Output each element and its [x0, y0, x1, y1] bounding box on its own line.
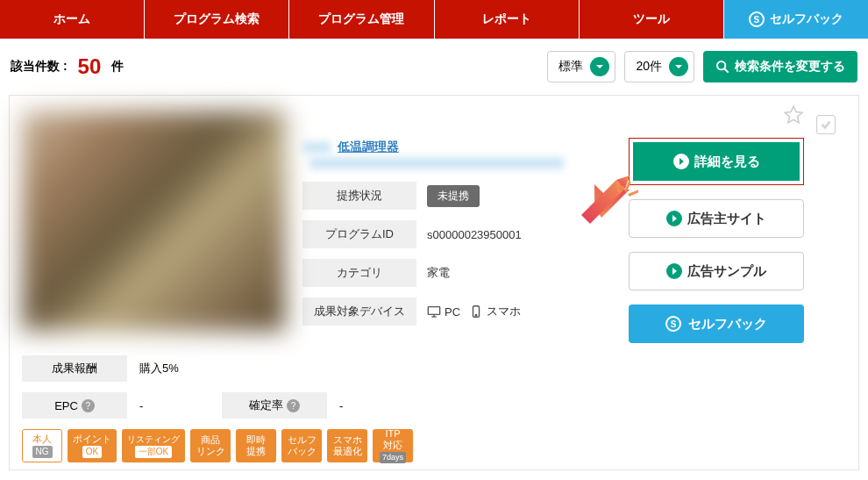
- epc-value: -: [139, 399, 210, 412]
- nav-selfback-label: セルフバック: [770, 11, 843, 27]
- partner-status-badge: 未提携: [427, 185, 480, 207]
- svg-rect-2: [428, 307, 439, 315]
- program-id-value: s00000023950001: [427, 228, 522, 241]
- nav-program-search[interactable]: プログラム検索: [145, 0, 289, 39]
- search-icon: [715, 60, 729, 74]
- results-count: 50: [78, 54, 102, 79]
- program-id-label: プログラムID: [302, 220, 416, 248]
- reward-value: 購入5%: [139, 361, 179, 376]
- program-card: 低温調理器 提携状況 未提携 プログラムID s00000023950001 カ…: [9, 95, 859, 470]
- program-thumbnail: [22, 111, 285, 331]
- check-icon: [820, 118, 832, 131]
- device-label: 成果対象デバイス: [302, 297, 416, 326]
- detail-highlight: 詳細を見る: [629, 138, 804, 185]
- star-icon: [783, 104, 804, 125]
- reward-label: 成果報酬: [22, 355, 127, 382]
- program-lower: 成果報酬 購入5% EPC ? - 確定率 ? - 本人NG: [22, 355, 804, 462]
- ad-sample-label: 広告サンプル: [687, 263, 766, 280]
- category-label: カテゴリ: [302, 259, 416, 287]
- tag-selfback: セルフバック: [281, 429, 322, 462]
- selfback-icon: S: [665, 316, 681, 332]
- program-title-link[interactable]: 低温調理器: [338, 140, 399, 154]
- device-smartphone: スマホ: [487, 304, 521, 319]
- tag-sp-optimized: スマホ最適化: [327, 429, 367, 462]
- device-pc: PC: [445, 305, 460, 319]
- tag-instant-partner: 即時提携: [236, 429, 276, 462]
- per-page-select[interactable]: 20件: [624, 51, 694, 82]
- results-label: 該当件数 :: [11, 59, 68, 75]
- sort-select-value: 標準: [559, 59, 583, 75]
- tag-self-ng: 本人NG: [22, 429, 62, 462]
- mobile-icon: [469, 305, 483, 318]
- advertiser-site-button[interactable]: 広告主サイト: [629, 199, 804, 238]
- per-page-value: 20件: [636, 59, 662, 75]
- chevron-down-icon: [669, 57, 688, 76]
- change-search-button[interactable]: 検索条件を変更する: [703, 51, 857, 82]
- results-unit: 件: [111, 59, 124, 75]
- selfback-icon: S: [749, 11, 765, 27]
- program-info: 低温調理器 提携状況 未提携 プログラムID s00000023950001 カ…: [302, 111, 611, 343]
- sort-select[interactable]: 標準: [547, 51, 615, 82]
- favorite-star-button[interactable]: [783, 104, 804, 125]
- selfback-label: セルフバック: [688, 316, 767, 333]
- circle-arrow-icon: [666, 211, 682, 226]
- help-icon[interactable]: ?: [82, 399, 95, 412]
- category-value: 家電: [427, 265, 450, 281]
- program-actions: 詳細を見る 広告主サイト 広告サンプル S セルフバック: [629, 111, 804, 343]
- select-checkbox[interactable]: [816, 115, 836, 134]
- change-search-label: 検索条件を変更する: [735, 59, 845, 75]
- svg-point-6: [475, 315, 476, 316]
- confirm-rate-value: -: [339, 399, 409, 412]
- nav-selfback[interactable]: S セルフバック: [724, 0, 868, 39]
- ad-sample-button[interactable]: 広告サンプル: [629, 252, 804, 290]
- confirm-rate-label: 確定率 ?: [222, 392, 327, 419]
- svg-line-9: [617, 183, 619, 191]
- view-detail-label: 詳細を見る: [694, 154, 760, 170]
- epc-label: EPC ?: [22, 392, 127, 419]
- desktop-icon: [427, 305, 441, 318]
- main-nav: ホーム プログラム検索 プログラム管理 レポート ツール S セルフバック: [0, 0, 868, 39]
- help-icon[interactable]: ?: [287, 399, 300, 412]
- circle-arrow-icon: [673, 154, 689, 169]
- blurred-text: [302, 141, 331, 154]
- nav-report[interactable]: レポート: [435, 0, 580, 39]
- view-detail-button[interactable]: 詳細を見る: [633, 142, 800, 181]
- program-tags: 本人NG ポイントOK リスティング一部OK 商品リンク 即時提携 セルフバック: [22, 429, 804, 462]
- advertiser-site-label: 広告主サイト: [687, 211, 766, 227]
- svg-line-7: [626, 183, 630, 190]
- tag-point-ok: ポイントOK: [68, 429, 117, 462]
- selfback-button[interactable]: S セルフバック: [629, 304, 804, 343]
- chevron-down-icon: [590, 57, 609, 76]
- nav-tool[interactable]: ツール: [580, 0, 724, 39]
- blurred-text: [309, 157, 564, 169]
- svg-line-8: [630, 191, 638, 195]
- circle-arrow-icon: [666, 263, 682, 279]
- tag-itp: ITP対応7days: [373, 429, 413, 462]
- svg-line-1: [724, 68, 729, 73]
- nav-program-manage[interactable]: プログラム管理: [289, 0, 434, 39]
- results-header: 該当件数 : 50 件 標準 20件 検索条件を変更する: [0, 39, 868, 95]
- nav-home[interactable]: ホーム: [0, 0, 145, 39]
- tag-listing-partial: リスティング一部OK: [122, 429, 185, 462]
- tag-product-link: 商品リンク: [190, 429, 231, 462]
- svg-point-0: [717, 61, 725, 69]
- partner-status-label: 提携状況: [302, 182, 416, 210]
